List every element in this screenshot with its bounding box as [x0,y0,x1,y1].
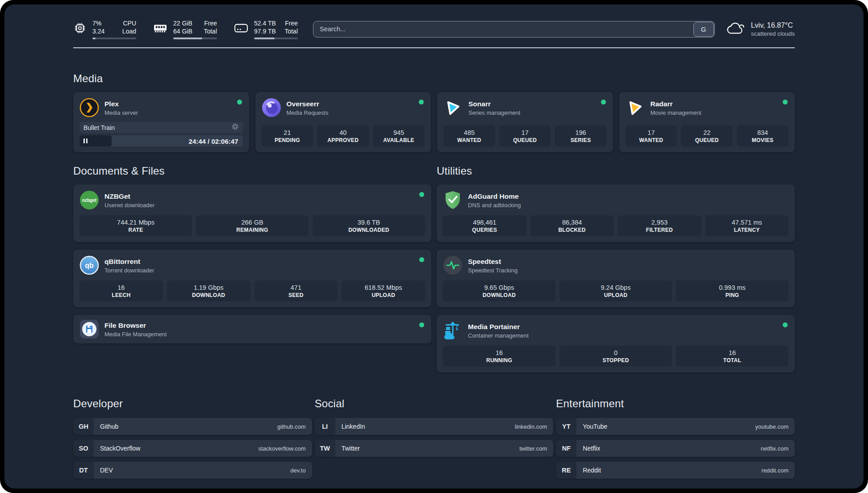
stat-value: 16 [117,284,125,291]
bookmark-abbr: YT [556,418,576,435]
service-card-adguard[interactable]: AdGuard Home DNS and adblocking 498,461Q… [437,184,795,242]
app-description: Movie management [651,109,701,116]
settings-icon[interactable] [231,123,239,132]
stats-row: 16RUNNING 0STOPPED 16TOTAL [443,340,789,367]
stat-value: 0 [614,349,618,356]
pause-icon [83,138,88,143]
stat-tile: 39.6 TBDOWNLOADED [313,215,425,236]
stat-value: 17 [647,129,655,136]
stat-value: 498,461 [473,219,496,226]
bookmark-netflix[interactable]: NF Netflix netflix.com [556,440,795,457]
stat-tile: 9.24 GbpsUPLOAD [559,280,672,301]
bookmark-url: dev.to [290,467,305,474]
cpu-label: CPU [123,19,136,27]
nzbget-icon: nzbget [79,190,99,210]
stat-label: STOPPED [602,357,629,363]
stat-label: QUERIES [472,227,497,233]
service-card-filebrowser[interactable]: File Browser Media File Management [73,315,431,343]
status-dot [783,100,788,104]
section-title-media: Media [73,72,795,85]
search-input[interactable] [313,21,715,38]
stat-label: QUEUED [513,137,537,143]
bookmark-body: Twitter twitter.com [335,440,554,457]
service-card-sonarr[interactable]: Sonarr Series management 485WANTED 17QUE… [437,92,613,152]
bookmark-stackoverflow[interactable]: SO StackOverflow stackoverflow.com [73,440,312,457]
service-card-speedtest[interactable]: Speedtest Speedtest Tracking 9.65 GbpsDO… [437,250,795,307]
storage-total-label: Total [284,27,298,35]
stat-label: RUNNING [486,357,512,363]
bookmark-body: Netflix netflix.com [576,440,795,457]
stat-tile: 2,953FILTERED [618,215,701,236]
service-card-nzbget[interactable]: nzbget NZBGet Usenet downloader 744.21 M… [73,184,431,242]
service-card-portainer[interactable]: Media Portainer Container management 16R… [437,315,795,372]
plex-now-playing: Bullet Train 24:44 / 02:06:47 [79,122,243,146]
stat-tile: 16TOTAL [676,346,789,367]
media-grid: Plex Media server Bullet Train [73,92,795,152]
stat-label: REMAINING [236,227,268,233]
bookmark-github[interactable]: GH Github github.com [73,418,312,435]
stat-label: RATE [129,227,143,233]
bookmark-url: stackoverflow.com [258,445,305,452]
service-card-plex[interactable]: Plex Media server Bullet Train [73,92,249,152]
storage-progress-fill [254,38,275,39]
stats-row: 498,461QUERIES 86,384BLOCKED 2,953FILTER… [443,210,789,236]
stat-tile: 17QUEUED [499,125,551,146]
bookmark-reddit[interactable]: RE Reddit reddit.com [556,462,795,479]
stat-tile: 47.571 msLATENCY [705,215,789,236]
cpu-load-value: 3.24 [92,27,104,35]
storage-free-value: 52.4 TB [254,19,276,27]
app-name: Plex [104,100,138,108]
bookmark-youtube[interactable]: YT YouTube youtube.com [556,418,795,435]
bookmark-group-developer: Developer GH Github github.com SO StackO… [73,397,312,479]
bookmark-name: Twitter [342,445,360,452]
bookmark-url: reddit.com [761,467,789,474]
stat-label: LATENCY [734,227,760,233]
service-card-overseerr[interactable]: Overseerr Media Requests 21PENDING 40APP… [255,92,431,152]
sonarr-icon [443,98,463,117]
stat-label: LEECH [112,292,130,298]
bookmark-body: LinkedIn linkedin.com [335,418,554,435]
stat-tile: 86,384BLOCKED [530,215,614,236]
status-dot [419,100,424,104]
cpu-load-label: Load [122,27,136,35]
bookmark-abbr: TW [315,440,335,457]
stat-value: 2,953 [651,219,668,226]
top-bar: 7%CPU 3.24Load 22 GiBFree 64 GiBTotal [73,18,795,40]
stat-value: 618.52 Mbps [365,284,402,291]
service-card-qbittorrent[interactable]: qb qBittorrent Torrent downloader 16LEEC… [73,250,431,307]
search-engine-button[interactable]: G [693,22,714,37]
stat-tile: 834MOVIES [737,125,789,146]
stat-label: PENDING [275,137,300,143]
playback-time: 24:44 / 02:06:47 [189,137,238,145]
dashboard-panel: 7%CPU 3.24Load 22 GiBFree 64 GiBTotal [4,4,864,489]
status-dot [783,322,788,327]
stat-tile: 22QUEUED [681,125,733,146]
bookmark-name: Github [100,423,118,430]
app-name: Overseerr [287,100,329,108]
memory-total-value: 64 GiB [173,27,192,35]
cloud-icon [726,21,745,38]
stat-value: 266 GB [241,219,263,226]
bookmark-linkedin[interactable]: LI LinkedIn linkedin.com [315,418,554,435]
service-card-radarr[interactable]: Radarr Movie management 17WANTED 22QUEUE… [619,92,795,152]
stat-value: 485 [464,129,475,136]
bookmark-dev[interactable]: DT DEV dev.to [73,462,312,479]
playback-progress-bar[interactable]: 24:44 / 02:06:47 [79,135,243,146]
bookmark-abbr: DT [73,462,94,479]
stat-tile: 471SEED [255,280,338,301]
stat-label: PING [726,292,739,298]
stat-value: 47.571 ms [732,219,762,226]
section-title-social: Social [315,397,554,410]
bookmark-twitter[interactable]: TW Twitter twitter.com [315,440,554,457]
stats-row: 16LEECH 1.19 GbpsDOWNLOAD 471SEED 618.52… [79,275,425,301]
svg-text:qb: qb [85,262,94,269]
cpu-usage-value: 7% [92,19,101,27]
window-frame: 7%CPU 3.24Load 22 GiBFree 64 GiBTotal [0,0,868,493]
now-playing-title: Bullet Train [83,124,115,131]
bookmark-body: StackOverflow stackoverflow.com [94,440,312,457]
stat-label: QUEUED [695,137,719,143]
stat-value: 196 [575,129,586,136]
stat-value: 945 [393,129,404,136]
weather-location-temperature: Lviv, 16.87°C [751,21,795,30]
stat-tile: 17WANTED [626,125,677,146]
